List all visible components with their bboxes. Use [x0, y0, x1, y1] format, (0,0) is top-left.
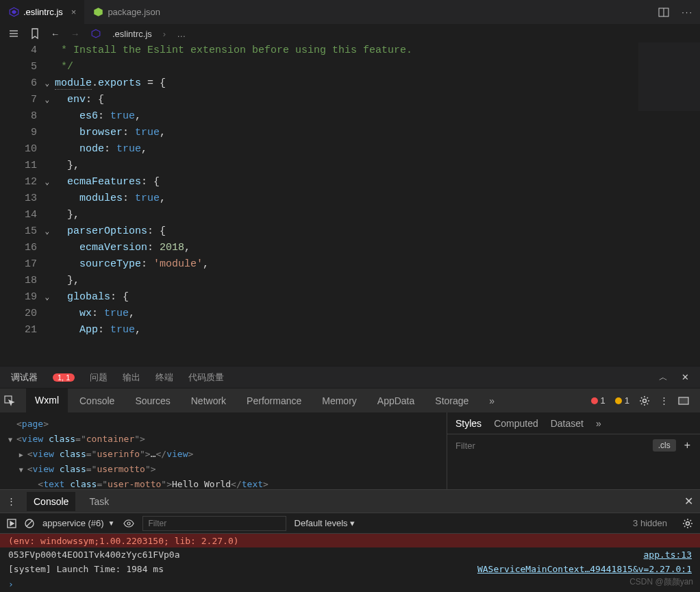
eslint-icon	[8, 7, 19, 18]
debugger-tab-quality[interactable]: 代码质量	[188, 371, 224, 384]
svg-marker-1	[12, 10, 16, 14]
debugger-badge: 1, 1	[53, 373, 75, 382]
close-icon[interactable]: ×	[71, 7, 77, 17]
add-rule-button[interactable]: +	[680, 439, 695, 452]
devtools-tab-bar: Wxml Console Sources Network Performance…	[0, 388, 700, 412]
gear-icon[interactable]	[639, 395, 650, 406]
tab-package-json[interactable]: package.json	[84, 0, 168, 24]
svg-line-15	[27, 521, 32, 526]
eye-icon[interactable]	[123, 519, 134, 528]
breadcrumb-file[interactable]: .eslintrc.js	[112, 29, 152, 39]
svg-point-10	[643, 399, 647, 402]
tab-label: .eslintrc.js	[23, 7, 63, 17]
hidden-count[interactable]: 3 hidden	[633, 518, 667, 528]
close-icon[interactable]: ✕	[684, 495, 693, 508]
debugger-tab-problems[interactable]: 问题	[90, 371, 108, 384]
gear-icon[interactable]	[682, 518, 693, 529]
svg-point-16	[127, 522, 130, 525]
console-filter-input[interactable]	[142, 516, 286, 531]
svg-rect-12	[679, 397, 688, 404]
devtools-tab-console[interactable]: Console	[71, 388, 123, 412]
error-count[interactable]: 1	[591, 395, 605, 406]
breadcrumb-bar: ← → .eslintrc.js › …	[0, 25, 700, 42]
kebab-icon[interactable]: ⋮	[660, 395, 668, 406]
play-icon[interactable]	[7, 519, 16, 528]
code-editor[interactable]: 456⌄7⌄89101112⌄131415⌄16171819⌄2021 * In…	[0, 42, 700, 366]
console-toolbar: appservice (#6)▼ Default levels ▾ 3 hidd…	[0, 513, 700, 533]
styles-more[interactable]: »	[596, 418, 601, 429]
svg-marker-8	[92, 29, 100, 38]
minimap[interactable]	[638, 42, 700, 111]
tab-eslintrc[interactable]: .eslintrc.js ×	[0, 0, 84, 24]
more-icon[interactable]: ···	[682, 7, 693, 17]
line-gutter: 456⌄7⌄89101112⌄131415⌄16171819⌄2021	[0, 42, 55, 366]
debugger-tab-output[interactable]: 输出	[123, 371, 140, 384]
kebab-icon[interactable]: ⋮	[7, 496, 16, 506]
styles-filter-input[interactable]	[453, 438, 653, 454]
forward-icon[interactable]: →	[71, 29, 79, 39]
chevron-up-icon[interactable]: ︿	[659, 371, 668, 384]
levels-select[interactable]: Default levels ▾	[295, 518, 355, 528]
svg-point-17	[686, 521, 690, 525]
context-select[interactable]: appservice (#6)▼	[42, 518, 115, 528]
devtools-tab-network[interactable]: Network	[182, 388, 235, 412]
console-tab-console[interactable]: Console	[27, 492, 75, 511]
dom-tree[interactable]: <page>▼<view class="container"> ▶<view c…	[0, 412, 447, 489]
devtools-tab-storage[interactable]: Storage	[426, 388, 477, 412]
console-tab-task[interactable]: Task	[86, 496, 112, 507]
styles-tab-computed[interactable]: Computed	[494, 418, 538, 429]
bookmark-icon[interactable]	[30, 28, 40, 39]
console-bar: ⋮ Console Task ✕	[0, 489, 700, 513]
back-icon[interactable]: ←	[51, 29, 60, 39]
styles-tab-dataset[interactable]: Dataset	[551, 418, 584, 429]
clear-icon[interactable]	[25, 519, 34, 528]
styles-panel: Styles Computed Dataset » .cls +	[447, 412, 700, 489]
devtools-tab-sources[interactable]: Sources	[126, 388, 179, 412]
svg-marker-2	[94, 8, 103, 16]
inspect-icon[interactable]	[4, 395, 23, 406]
debugger-title[interactable]: 调试器	[11, 371, 38, 384]
breadcrumb-sep: ›	[163, 29, 166, 39]
devtools-more[interactable]: »	[480, 388, 503, 412]
eslint-icon	[90, 28, 101, 39]
watermark: CSDN @颜颜yan	[629, 576, 693, 588]
warning-count[interactable]: 1	[615, 395, 629, 406]
split-editor-icon[interactable]	[658, 7, 669, 18]
debugger-tab-terminal[interactable]: 终端	[155, 371, 173, 384]
close-icon[interactable]: ✕	[682, 372, 689, 382]
devtools-tab-performance[interactable]: Performance	[238, 388, 310, 412]
debugger-bar: 调试器 1, 1 问题 输出 终端 代码质量 ︿ ✕	[0, 366, 700, 388]
devtools-tab-wxml[interactable]: Wxml	[26, 388, 68, 412]
breadcrumb-trail[interactable]: …	[177, 29, 186, 39]
editor-tab-bar: .eslintrc.js × package.json ···	[0, 0, 700, 25]
console-output[interactable]: (env: windowssym;1.00.2203150; lib: 2.27…	[0, 533, 700, 592]
tab-label: package.json	[108, 7, 160, 17]
styles-tab-styles[interactable]: Styles	[455, 418, 482, 429]
menu-icon[interactable]	[8, 28, 19, 39]
dock-icon[interactable]	[678, 395, 689, 406]
devtools-tab-appdata[interactable]: AppData	[368, 388, 423, 412]
devtools-tab-memory[interactable]: Memory	[313, 388, 366, 412]
node-icon	[92, 7, 103, 18]
inspector-panel: <page>▼<view class="container"> ▶<view c…	[0, 412, 700, 489]
code-area[interactable]: * Install the Eslint extension before us…	[55, 42, 700, 366]
cls-button[interactable]: .cls	[653, 439, 676, 452]
